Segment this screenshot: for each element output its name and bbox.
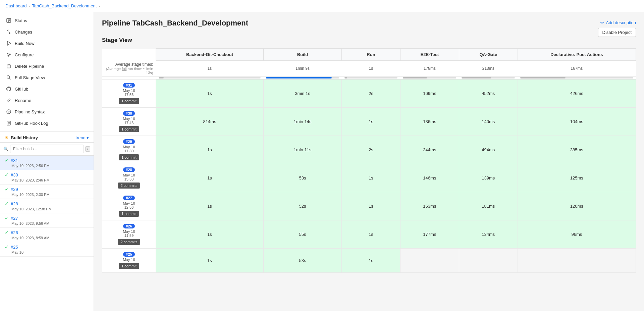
commit-button[interactable]: 2 commits (118, 183, 140, 189)
stage-cell-build[interactable]: 53s (263, 248, 341, 272)
stage-cell-qa-gate[interactable] (459, 248, 518, 272)
stage-cell-declarative-post-actions[interactable]: 104ms (518, 107, 636, 136)
stage-cell-backend-git-checkout[interactable]: 1s (156, 164, 264, 192)
build-date: May 10, 2023, 9:56 AM (5, 221, 89, 225)
stage-cell-backend-git-checkout[interactable]: 1s (156, 248, 264, 272)
build-date: May 10 (123, 145, 135, 149)
stage-cell-qa-gate[interactable]: 494ms (459, 136, 518, 164)
stage-cell-run[interactable]: 2s (342, 79, 400, 107)
add-description-button[interactable]: ✏ Add description (600, 20, 636, 25)
stage-cell-build[interactable]: 3min 1s (263, 79, 341, 107)
build-list-item[interactable]: ✓ #26 May 10, 2023, 8:59 AM (0, 228, 94, 242)
stage-cell-qa-gate[interactable]: 139ms (459, 164, 518, 192)
commit-button[interactable]: 2 commits (118, 239, 140, 245)
stage-cell-e2e-test[interactable]: 146ms (400, 164, 459, 192)
build-info-cell: #26 May 10 11:59 2 commits (102, 220, 156, 248)
stage-table: Backend-Git-CheckoutBuildRunE2E-TestQA-G… (102, 48, 636, 273)
stage-cell-backend-git-checkout[interactable]: 814ms (156, 107, 264, 136)
build-list-item[interactable]: ✓ #29 May 10, 2023, 2:30 PM (0, 185, 94, 199)
stage-cell-run[interactable]: 1s (342, 248, 400, 272)
disable-project-button[interactable]: Disable Project (598, 28, 636, 37)
stage-cell-run[interactable]: 1s (342, 220, 400, 248)
stage-cell-build[interactable]: 55s (263, 220, 341, 248)
stage-row: #31 May 10 17:56 1 commit 1s3min 1s2s169… (102, 79, 636, 107)
sidebar-item-github-hook-log[interactable]: GitHub Hook Log (0, 117, 94, 129)
sidebar-item-configure[interactable]: Configure (0, 49, 94, 60)
stage-cell-qa-gate[interactable]: 134ms (459, 220, 518, 248)
breadcrumb-dashboard[interactable]: Dashboard (5, 3, 27, 8)
sidebar-item-full-stage-view[interactable]: Full Stage View (0, 72, 94, 83)
build-time: 17:46 (124, 121, 134, 125)
stage-cell-build[interactable]: 52s (263, 192, 341, 220)
build-list-item[interactable]: ✓ #28 May 10, 2023, 12:38 PM (0, 199, 94, 213)
sidebar-item-rename[interactable]: Rename (0, 95, 94, 106)
stage-cell-e2e-test[interactable] (400, 248, 459, 272)
build-list-item[interactable]: ✓ #31 May 10, 2023, 2:56 PM (0, 156, 94, 170)
sidebar-item-build-now[interactable]: Build Now (0, 38, 94, 49)
build-list-item[interactable]: ✓ #25 May 10 (0, 242, 94, 257)
build-info-cell: #27 May 10 12:56 1 commit (102, 192, 156, 220)
stage-cell-e2e-test[interactable]: 136ms (400, 107, 459, 136)
sidebar-item-pipeline-syntax[interactable]: ? Pipeline Syntax (0, 106, 94, 117)
check-icon: ✓ (5, 230, 9, 235)
sidebar-item-delete-pipeline[interactable]: Delete Pipeline (0, 60, 94, 72)
commit-button[interactable]: 1 commit (119, 154, 139, 160)
stage-cell-run[interactable]: 1s (342, 107, 400, 136)
stage-cell-qa-gate[interactable]: 140ms (459, 107, 518, 136)
stage-cell-qa-gate[interactable]: 181ms (459, 192, 518, 220)
stage-col-header-run: Run (342, 49, 400, 61)
stage-cell-backend-git-checkout[interactable]: 1s (156, 192, 264, 220)
sidebar-nav: Status Changes Build Now Configure (0, 12, 94, 132)
stage-cell-run[interactable]: 1s (342, 164, 400, 192)
svg-point-11 (7, 76, 10, 79)
trend-link[interactable]: trend ▾ (75, 135, 89, 140)
gear-icon (6, 52, 11, 57)
stage-cell-declarative-post-actions[interactable]: 96ms (518, 220, 636, 248)
breadcrumb-pipeline[interactable]: TabCash_Backend_Development (32, 3, 97, 8)
stage-cell-e2e-test[interactable]: 344ms (400, 136, 459, 164)
build-list-item[interactable]: ✓ #27 May 10, 2023, 9:56 AM (0, 213, 94, 228)
commit-button[interactable]: 1 commit (119, 98, 139, 104)
stage-cell-backend-git-checkout[interactable]: 1s (156, 136, 264, 164)
commit-button[interactable]: 1 commit (119, 126, 139, 132)
stage-cell-e2e-test[interactable]: 169ms (400, 79, 459, 107)
avg-time-e2e-test: 178ms (400, 61, 459, 76)
build-number: #27 (11, 216, 18, 221)
build-info-cell: #25 May 10 1 commit (102, 248, 156, 272)
progress-bar-build (263, 76, 341, 79)
stage-cell-declarative-post-actions[interactable]: 385ms (518, 136, 636, 164)
check-icon: ✓ (5, 172, 9, 177)
trend-label: trend (75, 135, 86, 140)
search-slash: / (85, 146, 90, 152)
stage-cell-backend-git-checkout[interactable]: 1s (156, 79, 264, 107)
stage-cell-e2e-test[interactable]: 153ms (400, 192, 459, 220)
stage-cell-run[interactable]: 1s (342, 192, 400, 220)
trash-icon (6, 63, 11, 69)
sidebar-item-status[interactable]: Status (0, 15, 94, 26)
stage-cell-build[interactable]: 53s (263, 164, 341, 192)
stage-cell-build[interactable]: 1min 11s (263, 136, 341, 164)
stage-col-header-e2e-test: E2E-Test (400, 49, 459, 61)
stage-cell-declarative-post-actions[interactable]: 426ms (518, 79, 636, 107)
build-badge: #26 (123, 224, 135, 228)
commit-button[interactable]: 1 commit (119, 263, 139, 269)
stage-cell-backend-git-checkout[interactable]: 1s (156, 220, 264, 248)
sidebar-item-changes[interactable]: Changes (0, 26, 94, 38)
stage-row: #26 May 10 11:59 2 commits 1s55s1s177ms1… (102, 220, 636, 248)
stage-table-wrapper: Backend-Git-CheckoutBuildRunE2E-TestQA-G… (102, 48, 636, 273)
stage-cell-qa-gate[interactable]: 452ms (459, 79, 518, 107)
stage-cell-build[interactable]: 1min 14s (263, 107, 341, 136)
stage-cell-declarative-post-actions[interactable]: 125ms (518, 164, 636, 192)
sidebar-item-github[interactable]: GitHub (0, 83, 94, 95)
sidebar-item-configure-label: Configure (15, 52, 34, 57)
stage-cell-declarative-post-actions[interactable] (518, 248, 636, 272)
sidebar-item-delete-pipeline-label: Delete Pipeline (15, 64, 44, 69)
build-date: May 10 (5, 250, 89, 254)
build-list-item[interactable]: ✓ #30 May 10, 2023, 2:46 PM (0, 170, 94, 185)
stage-cell-e2e-test[interactable]: 177ms (400, 220, 459, 248)
stage-cell-declarative-post-actions[interactable]: 120ms (518, 192, 636, 220)
check-icon: ✓ (5, 215, 9, 221)
filter-builds-input[interactable] (10, 145, 84, 153)
stage-cell-run[interactable]: 2s (342, 136, 400, 164)
commit-button[interactable]: 1 commit (119, 211, 139, 217)
